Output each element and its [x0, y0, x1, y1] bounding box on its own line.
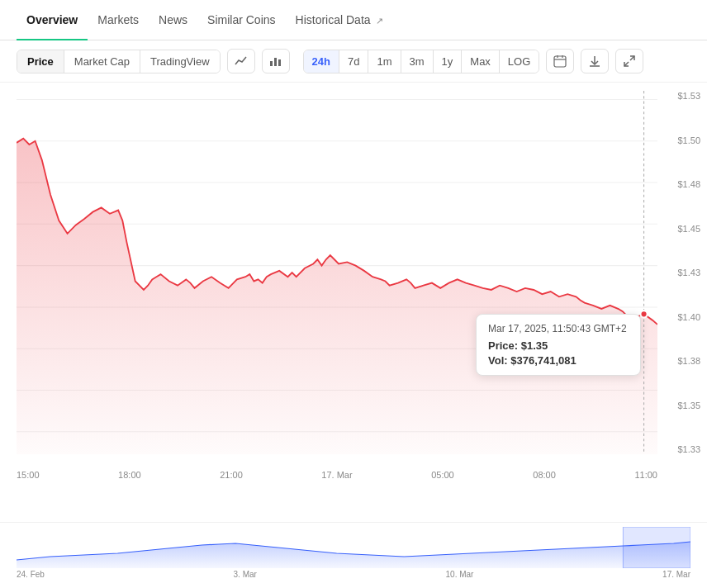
x-label-4: 17. Mar — [321, 470, 352, 480]
tab-markets[interactable]: Markets — [88, 0, 149, 40]
minimap-label-2: 3. Mar — [234, 570, 257, 579]
view-button-group: Price Market Cap TradingView — [17, 50, 221, 74]
time-7d-button[interactable]: 7d — [339, 50, 368, 73]
y-label-4: $1.45 — [664, 224, 700, 234]
x-label-2: 18:00 — [118, 470, 141, 480]
y-label-9: $1.33 — [664, 444, 700, 454]
minimap[interactable]: 24. Feb 3. Mar 10. Mar 17. Mar — [0, 522, 707, 588]
tab-historical-data[interactable]: Historical Data ↗ — [286, 0, 394, 40]
time-button-group: 24h 7d 1m 3m 1y Max LOG — [303, 50, 540, 74]
minimap-x-axis: 24. Feb 3. Mar 10. Mar 17. Mar — [17, 570, 690, 579]
x-label-3: 21:00 — [220, 470, 243, 480]
price-button[interactable]: Price — [17, 50, 64, 73]
tab-news[interactable]: News — [149, 0, 197, 40]
x-label-6: 08:00 — [533, 470, 556, 480]
minimap-chart-svg — [17, 527, 690, 568]
tooltip-vol: Vol: $376,741,081 — [488, 354, 629, 367]
external-link-icon: ↗ — [376, 16, 383, 26]
tooltip-price: Price: $1.35 — [488, 339, 629, 352]
price-chart-svg — [17, 91, 657, 454]
nav-tabs: Overview Markets News Similar Coins Hist… — [0, 0, 707, 40]
y-label-8: $1.35 — [664, 401, 700, 410]
y-axis: $1.53 $1.50 $1.48 $1.45 $1.43 $1.40 $1.3… — [657, 91, 707, 454]
y-label-3: $1.48 — [664, 179, 700, 189]
line-chart-icon[interactable] — [227, 49, 255, 74]
tab-similar-coins[interactable]: Similar Coins — [197, 0, 285, 40]
bar-chart-icon[interactable] — [262, 49, 290, 74]
time-3m-button[interactable]: 3m — [401, 50, 434, 73]
svg-point-21 — [640, 311, 647, 317]
y-label-7: $1.38 — [664, 356, 700, 366]
tab-overview[interactable]: Overview — [17, 0, 88, 40]
time-1y-button[interactable]: 1y — [434, 50, 463, 73]
svg-rect-1 — [274, 58, 277, 66]
main-container: Overview Markets News Similar Coins Hist… — [0, 0, 707, 588]
x-label-1: 15:00 — [17, 470, 40, 480]
tooltip-date: Mar 17, 2025, 11:50:43 GMT+2 — [488, 323, 629, 334]
y-label-5: $1.43 — [664, 268, 700, 277]
time-1m-button[interactable]: 1m — [368, 50, 401, 73]
download-icon[interactable] — [581, 49, 609, 74]
svg-rect-3 — [554, 56, 566, 67]
minimap-svg — [17, 527, 690, 568]
svg-rect-0 — [270, 61, 273, 66]
minimap-label-4: 17. Mar — [662, 570, 690, 579]
market-cap-button[interactable]: Market Cap — [64, 50, 140, 73]
minimap-label-1: 24. Feb — [17, 570, 45, 579]
chart-area[interactable]: $1.53 $1.50 $1.48 $1.45 $1.43 $1.40 $1.3… — [0, 83, 707, 487]
minimap-label-3: 10. Mar — [446, 570, 474, 579]
time-log-button[interactable]: LOG — [500, 50, 539, 73]
x-label-7: 11:00 — [634, 470, 657, 480]
chart-svg-container — [17, 91, 657, 454]
x-label-5: 05:00 — [431, 470, 454, 480]
price-tooltip: Mar 17, 2025, 11:50:43 GMT+2 Price: $1.3… — [476, 314, 641, 376]
chart-controls: Price Market Cap TradingView 24h 7d 1m 3… — [0, 40, 707, 83]
time-max-button[interactable]: Max — [462, 50, 500, 73]
svg-rect-2 — [278, 59, 281, 66]
x-axis: 15:00 18:00 21:00 17. Mar 05:00 08:00 11… — [17, 462, 657, 487]
y-label-1: $1.53 — [664, 91, 700, 101]
y-label-6: $1.40 — [664, 312, 700, 322]
trading-view-button[interactable]: TradingView — [140, 50, 220, 73]
calendar-icon[interactable] — [546, 49, 574, 74]
svg-rect-22 — [623, 527, 690, 568]
y-label-2: $1.50 — [664, 135, 700, 145]
expand-icon[interactable] — [615, 49, 643, 74]
time-24h-button[interactable]: 24h — [304, 50, 339, 73]
